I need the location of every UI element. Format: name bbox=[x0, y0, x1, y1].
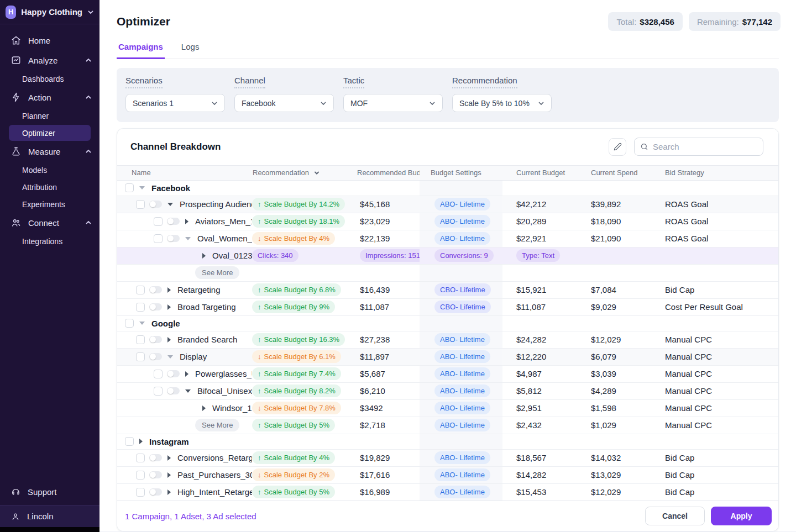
row-checkbox[interactable] bbox=[154, 217, 163, 226]
current-spend-value: $14,032 bbox=[591, 453, 621, 462]
row-checkbox[interactable] bbox=[154, 370, 163, 378]
cancel-button[interactable]: Cancel bbox=[645, 507, 705, 525]
sidebar-item-user[interactable]: Lincoln bbox=[0, 505, 100, 527]
sidebar-item-integrations[interactable]: Integrations bbox=[9, 233, 91, 249]
expand-caret-icon[interactable] bbox=[167, 455, 171, 461]
sidebar-item-label: Dashboards bbox=[22, 75, 64, 83]
sidebar-item-planner[interactable]: Planner bbox=[9, 108, 91, 124]
sidebar-item-connect[interactable]: Connect bbox=[0, 213, 100, 232]
expand-caret-icon[interactable] bbox=[167, 355, 173, 359]
row-toggle[interactable] bbox=[167, 370, 180, 377]
row-checkbox[interactable] bbox=[154, 387, 163, 396]
expand-caret-icon[interactable] bbox=[167, 287, 171, 293]
row-toggle[interactable] bbox=[149, 353, 162, 360]
row-checkbox[interactable] bbox=[136, 471, 145, 480]
sidebar-item-action[interactable]: Action bbox=[0, 88, 100, 107]
row-toggle[interactable] bbox=[149, 286, 162, 293]
expand-caret-icon[interactable] bbox=[139, 322, 145, 325]
column-header-recommendation[interactable]: Recommendation bbox=[252, 168, 357, 177]
tab-logs[interactable]: Logs bbox=[180, 39, 201, 59]
row-checkbox[interactable] bbox=[136, 286, 145, 294]
row-toggle[interactable] bbox=[149, 303, 162, 310]
recommendation-cell: ↑Scale Budget By 4% bbox=[252, 450, 357, 466]
expand-caret-icon[interactable] bbox=[139, 439, 143, 444]
home-icon bbox=[11, 35, 21, 45]
column-header-current-budget[interactable]: Current Budget bbox=[502, 168, 591, 177]
budget-settings-cell bbox=[420, 434, 502, 449]
expand-caret-icon[interactable] bbox=[167, 489, 171, 495]
tab-campaigns[interactable]: Campaigns bbox=[117, 39, 165, 59]
row-toggle[interactable] bbox=[149, 471, 162, 478]
row-checkbox[interactable] bbox=[136, 303, 145, 312]
row-checkbox[interactable] bbox=[136, 200, 145, 209]
name-cell: Past_Purchasers_30d bbox=[117, 467, 252, 483]
sidebar-item-experiments[interactable]: Experiments bbox=[9, 196, 91, 212]
expand-caret-icon[interactable] bbox=[167, 337, 171, 343]
arrow-up-icon: ↑ bbox=[258, 200, 261, 208]
expand-caret-icon[interactable] bbox=[185, 237, 191, 240]
sidebar-item-analyze[interactable]: Analyze bbox=[0, 51, 100, 70]
expand-caret-icon[interactable] bbox=[202, 253, 206, 259]
column-header-recommended-budget[interactable]: Recommended Budget bbox=[357, 168, 420, 177]
row-checkbox[interactable] bbox=[136, 488, 145, 497]
recommended-budget-value: $5,687 bbox=[360, 369, 385, 378]
row-toggle[interactable] bbox=[149, 454, 162, 461]
sidebar-item-attribution[interactable]: Attribution bbox=[9, 179, 91, 195]
column-header-name[interactable]: Name bbox=[117, 168, 252, 177]
column-header-budget-settings[interactable]: Budget Settings bbox=[420, 168, 502, 177]
budget-setting-pill: ABO- Lifetime bbox=[434, 468, 490, 481]
arrow-down-icon: ↓ bbox=[258, 352, 261, 361]
edit-button[interactable] bbox=[609, 138, 626, 156]
expand-caret-icon[interactable] bbox=[185, 371, 188, 377]
search-input[interactable] bbox=[653, 142, 757, 151]
row-toggle[interactable] bbox=[167, 235, 180, 242]
expand-caret-icon[interactable] bbox=[139, 186, 145, 189]
recommendation-cell: ↓Scale Budget By 2% bbox=[252, 467, 357, 483]
see-more-button[interactable]: See More bbox=[195, 266, 239, 279]
sidebar-item-dashboards[interactable]: Dashboards bbox=[9, 71, 91, 87]
recommendation-select[interactable]: Scale By 5% to 10% bbox=[452, 94, 552, 112]
row-toggle[interactable] bbox=[167, 387, 180, 394]
expand-caret-icon[interactable] bbox=[167, 472, 171, 478]
column-header-current-spend[interactable]: Current Spend bbox=[591, 168, 665, 177]
tactic-select[interactable]: MOF bbox=[343, 94, 443, 112]
row-toggle[interactable] bbox=[149, 201, 162, 208]
workspace-name: Happy Clothing bbox=[21, 7, 82, 17]
row-checkbox[interactable] bbox=[136, 454, 145, 462]
row-toggle[interactable] bbox=[167, 218, 180, 225]
sidebar-item-measure[interactable]: Measure bbox=[0, 142, 100, 161]
sidebar-item-optimizer[interactable]: Optimizer bbox=[9, 125, 91, 141]
expand-caret-icon[interactable] bbox=[202, 405, 206, 411]
expand-caret-icon[interactable] bbox=[185, 389, 191, 393]
column-header-bid-strategy[interactable]: Bid Strategy bbox=[665, 168, 778, 177]
sidebar-item-home[interactable]: Home bbox=[0, 31, 100, 50]
type-pill: Type: Text bbox=[516, 249, 560, 262]
row-checkbox[interactable] bbox=[136, 335, 145, 344]
row-toggle[interactable] bbox=[149, 336, 162, 343]
row-checkbox[interactable] bbox=[125, 319, 134, 328]
see-more-button[interactable]: See More bbox=[195, 419, 239, 431]
expand-caret-icon[interactable] bbox=[185, 219, 188, 224]
scenarios-select[interactable]: Scenarios 1 bbox=[125, 94, 225, 112]
sidebar-item-support[interactable]: Support bbox=[0, 481, 100, 503]
table-row-powerglasses-u: Powerglasses_U↑Scale Budget By 7.4%$5,68… bbox=[117, 366, 778, 383]
workspace-switcher[interactable]: H Happy Clothing bbox=[0, 0, 100, 24]
recommended-budget-cell: $3492 bbox=[357, 400, 420, 417]
expand-caret-icon[interactable] bbox=[167, 304, 171, 310]
channel-select[interactable]: Facebook bbox=[234, 94, 334, 112]
apply-button[interactable]: Apply bbox=[711, 507, 772, 525]
row-toggle[interactable] bbox=[149, 488, 162, 496]
toggle-knob bbox=[150, 304, 156, 310]
row-checkbox[interactable] bbox=[136, 352, 145, 361]
sort-chevron-icon[interactable] bbox=[313, 170, 320, 176]
recommended-budget-value: $16,989 bbox=[360, 487, 390, 497]
row-checkbox[interactable] bbox=[154, 234, 163, 243]
sidebar-item-models[interactable]: Models bbox=[9, 162, 91, 178]
expand-caret-icon[interactable] bbox=[167, 203, 173, 206]
row-checkbox[interactable] bbox=[125, 437, 134, 446]
current-budget-cell: $15,921 bbox=[502, 282, 591, 298]
toggle-knob bbox=[150, 336, 156, 343]
recommendation-cell bbox=[252, 265, 357, 281]
table-row-facebook: Facebook bbox=[117, 181, 778, 196]
row-checkbox[interactable] bbox=[125, 183, 134, 192]
